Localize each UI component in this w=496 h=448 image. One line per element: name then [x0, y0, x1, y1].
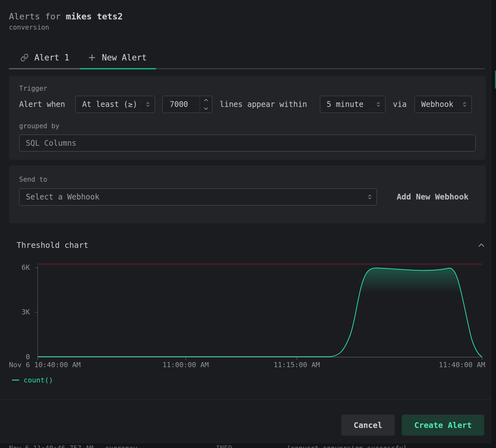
tab-alert-1[interactable]: Alert 1 — [9, 47, 80, 69]
count-series-area — [38, 268, 482, 357]
trigger-section-label: Trigger — [19, 85, 47, 92]
comparator-select[interactable]: At least (≥) — [75, 96, 155, 113]
time-window-select[interactable]: 5 minute — [320, 96, 386, 113]
page-subtitle: conversion — [9, 24, 49, 31]
tab-new-alert-label: New Alert — [102, 53, 147, 62]
threshold-input[interactable] — [163, 96, 200, 113]
tab-alert-1-label: Alert 1 — [34, 53, 69, 62]
y-tick — [35, 268, 38, 268]
cancel-button[interactable]: Cancel — [341, 415, 395, 436]
x-axis-label-1140: 11:40:00 AM — [439, 361, 485, 369]
add-new-webhook-button[interactable]: Add New Webhook — [397, 192, 469, 201]
threshold-input-group — [162, 96, 212, 113]
grouped-by-label: grouped by — [19, 122, 59, 130]
channel-select[interactable]: Webhook — [415, 96, 472, 113]
webhook-select-placeholder: Select a Webhook — [26, 192, 99, 201]
footer-divider — [0, 399, 492, 400]
page-title-prefix: Alerts for — [9, 11, 66, 21]
log-message-fragment: {convert conversion successful — [287, 444, 407, 448]
y-axis-line — [38, 266, 38, 357]
trigger-panel: Trigger Alert when At least (≥) lines ap — [9, 76, 486, 160]
link-icon — [20, 53, 29, 62]
legend-line-swatch — [12, 380, 19, 381]
log-service-fragment: currency — [105, 444, 137, 448]
x-tick — [186, 357, 186, 360]
plus-icon — [88, 53, 96, 62]
stepper-up-button[interactable] — [200, 96, 212, 104]
page-background-right-edge — [492, 0, 496, 448]
via-text: via — [393, 96, 407, 113]
x-axis-label-1100: 11:00:00 AM — [162, 361, 209, 369]
alert-when-text: Alert when — [19, 96, 65, 113]
threshold-stepper — [200, 96, 212, 113]
threshold-band — [38, 263, 482, 265]
comparator-value: At least (≥) — [82, 100, 137, 109]
y-tick — [35, 312, 38, 312]
clipped-log-row: Nov 6 11:40:46.757 AM currency INFO {con… — [0, 444, 496, 448]
log-level-fragment: INFO — [216, 444, 232, 448]
stepper-down-button[interactable] — [200, 104, 212, 113]
x-axis-label-1115: 11:15:00 AM — [273, 361, 320, 369]
chevron-updown-icon — [376, 101, 381, 108]
tab-new-alert[interactable]: New Alert — [80, 47, 156, 69]
threshold-chart-plot — [38, 263, 482, 357]
legend-label: count() — [24, 376, 53, 384]
create-alert-button[interactable]: Create Alert — [402, 415, 484, 436]
y-axis-label-0: 0 — [4, 354, 30, 360]
x-tick — [482, 357, 482, 360]
chevron-updown-icon — [145, 101, 150, 108]
x-axis-line — [38, 357, 482, 357]
channel-value: Webhook — [421, 100, 453, 109]
page-title: Alerts for mikes tets2 — [9, 11, 123, 21]
y-axis-label-6k: 6K — [4, 264, 30, 271]
x-tick — [38, 357, 38, 360]
time-window-value: 5 minute — [327, 100, 364, 109]
send-to-panel: Send to Select a Webhook Add New Webhook — [9, 165, 486, 223]
threshold-chart-title: Threshold chart — [17, 241, 89, 250]
chevron-updown-icon — [462, 101, 467, 108]
page-title-name: mikes tets2 — [66, 11, 123, 21]
log-timestamp-fragment: Nov 6 11:40:46.757 AM — [9, 444, 94, 448]
x-tick — [297, 357, 297, 360]
alert-tabs: Alert 1 New Alert — [9, 47, 485, 69]
lines-appear-text: lines appear within — [220, 96, 307, 113]
collapse-chart-button[interactable] — [476, 241, 487, 251]
send-to-label: Send to — [19, 176, 47, 183]
y-axis-label-3k: 3K — [4, 309, 30, 316]
x-axis-label-1040: Nov 6 10:40:00 AM — [9, 361, 81, 369]
chevron-up-icon — [477, 241, 485, 249]
webhook-select[interactable]: Select a Webhook — [19, 188, 377, 206]
chevron-updown-icon — [367, 193, 372, 201]
alert-modal: Alerts for mikes tets2 conversion Alert … — [0, 0, 492, 444]
grouped-by-input[interactable] — [19, 135, 476, 151]
chart-legend[interactable]: count() — [12, 376, 53, 384]
